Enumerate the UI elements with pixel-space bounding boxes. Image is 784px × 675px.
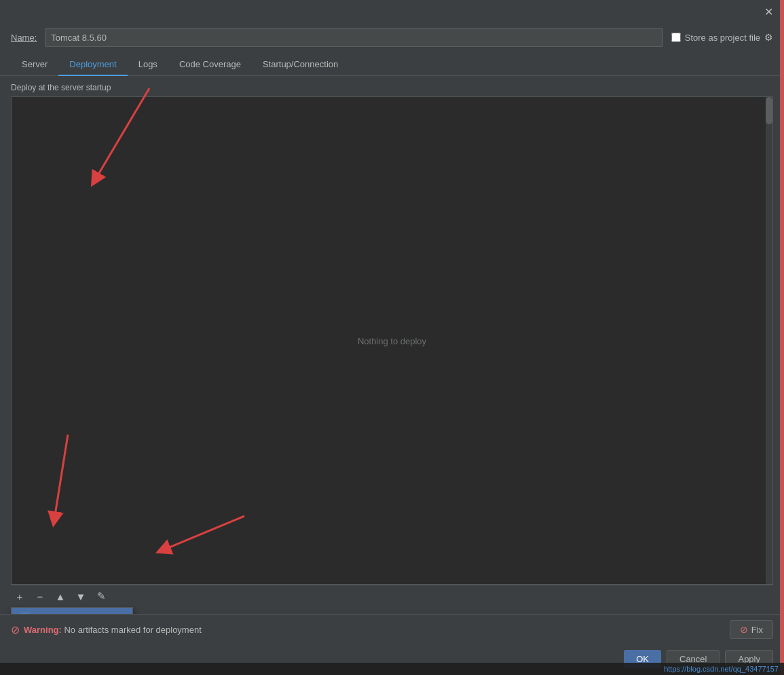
name-label: Name: — [11, 33, 37, 43]
run-config-dialog: ✕ Name: Store as project file ⚙ Server D… — [0, 0, 784, 675]
deploy-table: Nothing to deploy — [11, 96, 773, 585]
store-project-label: Store as project file — [685, 33, 760, 43]
tabs-bar: Server Deployment Logs Code Coverage Sta… — [0, 54, 784, 76]
artifact-icon — [20, 612, 31, 614]
nothing-to-deploy-label: Nothing to deploy — [358, 335, 426, 346]
remove-button[interactable]: − — [31, 588, 49, 604]
fix-icon: ⊘ — [740, 624, 748, 635]
footer-bar: ⊘ Warning: No artifacts marked for deplo… — [0, 614, 784, 644]
move-up-button[interactable]: ▲ — [52, 588, 69, 604]
toolbar-row: + − ▲ ▼ ✎ Artifact. — [11, 585, 773, 607]
tab-code-coverage[interactable]: Code Coverage — [168, 54, 252, 76]
warning-area: ⊘ Warning: No artifacts marked for deplo… — [11, 623, 202, 636]
tab-server[interactable]: Server — [11, 54, 58, 76]
move-down-button[interactable]: ▼ — [72, 588, 90, 604]
add-dropdown-menu: Artifact... External Source... — [11, 607, 133, 614]
tab-startup-connection[interactable]: Startup/Connection — [252, 54, 349, 76]
close-button[interactable]: ✕ — [760, 4, 777, 20]
warning-label: Warning: — [24, 625, 62, 635]
gear-icon[interactable]: ⚙ — [764, 32, 773, 43]
store-project-checkbox[interactable] — [671, 33, 681, 42]
header-row: Name: Store as project file ⚙ — [0, 24, 784, 54]
watermark: https://blog.csdn.net/qq_43477157 — [0, 663, 784, 675]
deploy-section-label: Deploy at the server startup — [11, 83, 773, 92]
warning-icon: ⊘ — [11, 623, 20, 636]
content-area: Deploy at the server startup Nothing to … — [0, 76, 784, 614]
dropdown-item-artifact-label: Artifact... — [36, 613, 71, 615]
tab-deployment[interactable]: Deployment — [58, 54, 127, 76]
edit-button[interactable]: ✎ — [92, 588, 110, 604]
scrollbar-track[interactable] — [766, 97, 772, 584]
svg-rect-0 — [20, 613, 30, 614]
add-button[interactable]: + — [11, 588, 29, 604]
scrollbar-thumb[interactable] — [766, 97, 772, 124]
dropdown-item-artifact[interactable]: Artifact... — [12, 608, 132, 614]
fix-label: Fix — [751, 625, 763, 635]
store-project-section: Store as project file ⚙ — [671, 32, 773, 43]
tab-logs[interactable]: Logs — [128, 54, 168, 76]
title-bar: ✕ — [0, 0, 784, 24]
name-input[interactable] — [45, 28, 662, 47]
warning-text: Warning: No artifacts marked for deploym… — [24, 625, 202, 635]
fix-button[interactable]: ⊘ Fix — [730, 620, 773, 639]
warning-detail: No artifacts marked for deployment — [64, 625, 201, 635]
